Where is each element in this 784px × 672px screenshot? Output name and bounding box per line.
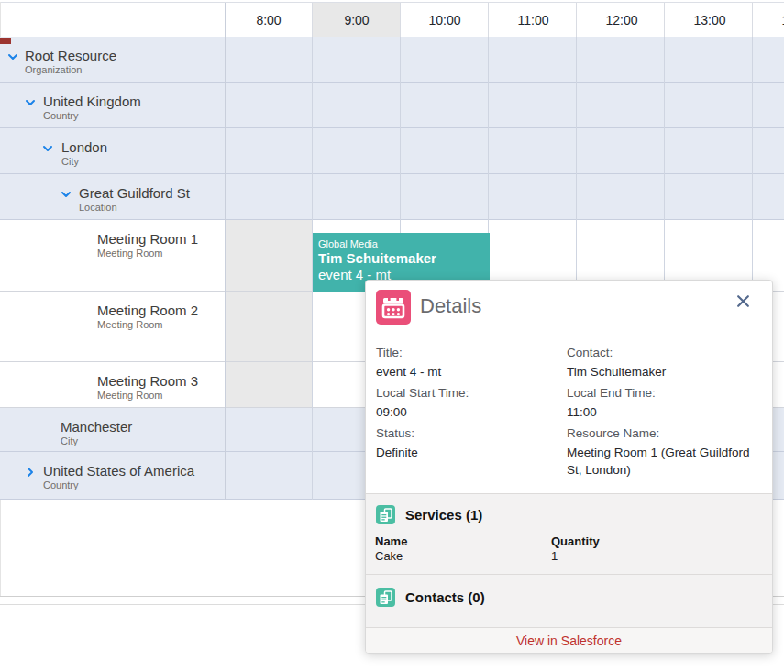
field-status: Status: Definite — [376, 426, 559, 461]
tree-item-type: Country — [43, 110, 79, 121]
tree-item-meeting-room-2[interactable]: Meeting Room 2 — [97, 303, 198, 318]
grid-row-london — [0, 128, 784, 174]
tree-item-type: Meeting Room — [97, 390, 163, 401]
utilization-marker — [0, 38, 11, 44]
contacts-title: Contacts (0) — [405, 589, 485, 605]
tree-item-usa[interactable]: United States of America — [43, 463, 194, 479]
tree-item-root-resource[interactable]: Root Resource — [25, 48, 116, 63]
event-contact: Tim Schuitemaker — [318, 250, 486, 267]
header-gridlines — [225, 3, 784, 37]
event-account: Global Media — [318, 238, 486, 250]
report-icon — [376, 505, 395, 524]
scheduler-screen: 8:00 9:00 10:00 11:00 12:00 13:00 14:00 … — [0, 0, 784, 672]
field-local-end-time: Local End Time: 11:00 — [567, 386, 750, 421]
tree-item-type: Country — [43, 479, 79, 490]
service-row-quantity: 1 — [551, 549, 558, 563]
tree-item-united-kingdom[interactable]: United Kingdom — [43, 94, 141, 109]
contacts-section[interactable]: Contacts (0) — [366, 574, 772, 627]
chevron-down-icon[interactable] — [6, 50, 19, 63]
tree-item-meeting-room-1[interactable]: Meeting Room 1 — [97, 231, 198, 247]
grid-row-root-resource — [0, 37, 784, 83]
field-resource-name: Resource Name: Meeting Room 1 (Great Gui… — [567, 426, 765, 479]
tree-item-type: Organization — [25, 64, 82, 75]
services-col-quantity: Quantity — [551, 534, 600, 548]
details-popup: Details Title: event 4 - mt Contact: Tim… — [365, 280, 773, 654]
chevron-down-icon[interactable] — [41, 142, 54, 155]
field-title: Title: event 4 - mt — [376, 346, 559, 380]
nonworking-cell-mr3 — [225, 362, 313, 407]
field-contact: Contact: Tim Schuitemaker — [567, 346, 750, 380]
chevron-right-icon[interactable] — [24, 466, 37, 479]
view-in-salesforce-link[interactable]: View in Salesforce — [516, 633, 622, 648]
tree-grid-separator — [225, 3, 226, 500]
nonworking-cell-mr1 — [225, 220, 313, 291]
services-title: Services (1) — [405, 507, 482, 523]
tree-item-type: Meeting Room — [97, 248, 163, 259]
calendar-icon — [376, 290, 411, 325]
tree-item-london[interactable]: London — [61, 139, 107, 155]
field-local-start-time: Local Start Time: 09:00 — [376, 386, 559, 421]
tree-item-manchester[interactable]: Manchester — [61, 419, 132, 435]
popup-title: Details — [420, 294, 481, 318]
report-icon — [376, 588, 395, 607]
services-col-name: Name — [375, 534, 407, 548]
nonworking-cell-mr2 — [225, 292, 313, 361]
service-row-name: Cake — [375, 549, 403, 563]
services-section[interactable]: Services (1) Name Quantity Cake 1 — [366, 493, 772, 574]
tree-item-type: Meeting Room — [97, 319, 163, 330]
tree-item-type: City — [61, 156, 79, 167]
chevron-down-icon[interactable] — [60, 188, 72, 201]
tree-item-type: City — [61, 435, 78, 446]
tree-item-type: Location — [79, 202, 117, 213]
popup-footer: View in Salesforce — [366, 627, 772, 654]
tree-item-great-guildford-st[interactable]: Great Guildford St — [79, 185, 190, 201]
tree-item-meeting-room-3[interactable]: Meeting Room 3 — [97, 373, 198, 389]
close-icon[interactable] — [736, 294, 753, 311]
chevron-down-icon[interactable] — [24, 96, 37, 109]
